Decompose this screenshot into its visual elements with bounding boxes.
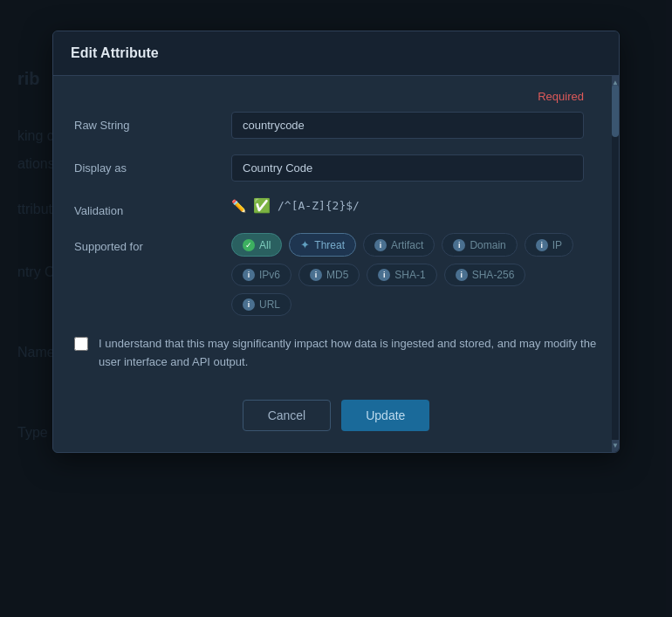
validation-row: Validation ✏️ ✅ /^[A-Z]{2}$/ xyxy=(74,197,598,217)
scrollbar[interactable]: ▲ ▼ xyxy=(612,76,619,452)
chip-ip[interactable]: i IP xyxy=(525,233,573,257)
chip-url[interactable]: i URL xyxy=(231,293,291,316)
display-as-input[interactable] xyxy=(231,154,584,182)
chip-md5[interactable]: i MD5 xyxy=(298,264,360,286)
checkbox-row: I understand that this may significantly… xyxy=(74,332,598,375)
cancel-button[interactable]: Cancel xyxy=(243,400,332,431)
scrollbar-thumb[interactable] xyxy=(612,85,619,137)
modal-header: Edit Attribute xyxy=(53,31,619,76)
raw-string-input[interactable]: countrycode xyxy=(231,112,584,139)
chip-all[interactable]: ✓ All xyxy=(231,233,282,257)
display-as-row: Display as xyxy=(74,154,598,182)
chips-container: ✓ All ✦ Threat i Artifact i Domain xyxy=(231,233,584,316)
scroll-down-arrow[interactable]: ▼ xyxy=(612,440,619,452)
chip-url-label: URL xyxy=(259,298,280,311)
edit-icon[interactable]: ✏️ xyxy=(231,199,246,213)
supported-for-row: Supported for ✓ All ✦ Threat i Artifact xyxy=(74,233,598,316)
chip-ip-label: IP xyxy=(552,239,562,251)
raw-string-label: Raw String xyxy=(74,112,231,132)
modal-title: Edit Attribute xyxy=(71,45,159,61)
edit-attribute-modal: Edit Attribute ▲ ▼ Required Raw String c… xyxy=(52,31,620,453)
chip-threat[interactable]: ✦ Threat xyxy=(289,233,356,257)
chip-sha1[interactable]: i SHA-1 xyxy=(367,264,436,286)
chip-domain-label: Domain xyxy=(470,239,505,251)
chip-artifact[interactable]: i Artifact xyxy=(363,233,435,257)
supported-for-label: Supported for xyxy=(74,233,231,253)
required-label: Required xyxy=(74,90,584,103)
chip-domain[interactable]: i Domain xyxy=(442,233,517,257)
chip-artifact-icon: i xyxy=(374,239,387,251)
display-as-label: Display as xyxy=(74,154,231,175)
validation-check-icon: ✅ xyxy=(253,197,271,214)
chip-ipv6-icon: i xyxy=(243,269,255,281)
chip-ipv6-label: IPv6 xyxy=(259,269,280,281)
chip-ipv6[interactable]: i IPv6 xyxy=(231,264,291,286)
chip-artifact-label: Artifact xyxy=(391,239,423,251)
checkbox-label: I understand that this may significantly… xyxy=(99,335,598,372)
raw-string-row: Raw String countrycode xyxy=(74,112,598,139)
chip-all-label: All xyxy=(259,239,271,251)
chip-sha1-icon: i xyxy=(378,269,390,281)
chip-all-icon: ✓ xyxy=(243,239,255,251)
update-button[interactable]: Update xyxy=(341,400,429,431)
validation-label: Validation xyxy=(74,197,231,217)
chip-sha256[interactable]: i SHA-256 xyxy=(444,264,526,286)
validation-content: ✏️ ✅ /^[A-Z]{2}$/ xyxy=(231,197,360,214)
chip-threat-label: Threat xyxy=(314,239,345,251)
chip-sha256-icon: i xyxy=(456,269,468,281)
chip-threat-icon: ✦ xyxy=(300,238,310,251)
chip-domain-icon: i xyxy=(453,239,465,251)
chip-sha1-label: SHA-1 xyxy=(394,269,425,281)
chip-url-icon: i xyxy=(243,298,255,311)
understand-checkbox[interactable] xyxy=(74,337,88,351)
chip-ip-icon: i xyxy=(536,239,548,251)
chip-md5-icon: i xyxy=(310,269,322,281)
validation-pattern: /^[A-Z]{2}$/ xyxy=(278,199,360,212)
chip-sha256-label: SHA-256 xyxy=(472,269,515,281)
chip-md5-label: MD5 xyxy=(326,269,348,281)
modal-footer: Cancel Update xyxy=(74,396,598,431)
modal-body: ▲ ▼ Required Raw String countrycode Disp… xyxy=(53,76,619,452)
